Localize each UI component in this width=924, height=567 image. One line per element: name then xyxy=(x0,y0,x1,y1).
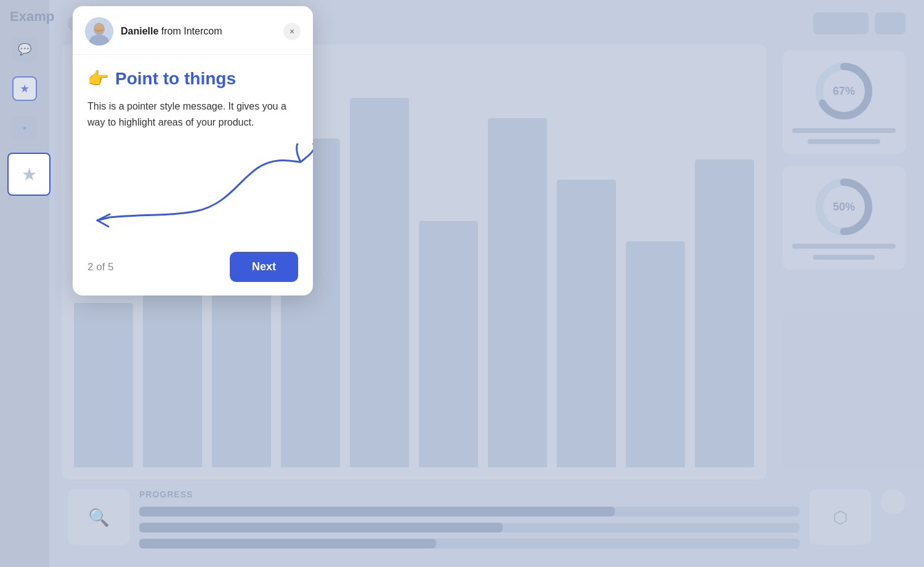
next-button[interactable]: Next xyxy=(230,252,298,282)
sender-name: Danielle from Intercom xyxy=(121,26,276,37)
step-indicator: 2 of 5 xyxy=(87,261,114,273)
star-highlight-box: ★ xyxy=(7,153,51,196)
tooltip-body: 👉 Point to things This is a pointer styl… xyxy=(73,55,313,143)
tooltip-header: Danielle from Intercom × xyxy=(73,6,313,55)
star-icon-highlighted: ★ xyxy=(22,164,37,185)
pointer-emoji: 👉 xyxy=(87,68,109,89)
avatar-image xyxy=(85,17,113,46)
tooltip-popup: Danielle from Intercom × 👉 Point to thin… xyxy=(73,6,313,296)
avatar xyxy=(85,17,113,46)
arrow-area xyxy=(73,143,313,242)
tooltip-message: This is a pointer style message. It give… xyxy=(87,99,298,130)
tooltip-title-row: 👉 Point to things xyxy=(87,68,298,89)
sender-info: Danielle from Intercom xyxy=(121,26,276,37)
close-button[interactable]: × xyxy=(283,23,301,40)
sender-name-bold: Danielle xyxy=(121,26,158,36)
tooltip-title: Point to things xyxy=(115,69,236,89)
sender-name-rest: from Intercom xyxy=(158,26,222,36)
arrow-drawing xyxy=(73,143,313,242)
tooltip-footer: 2 of 5 Next xyxy=(73,242,313,296)
